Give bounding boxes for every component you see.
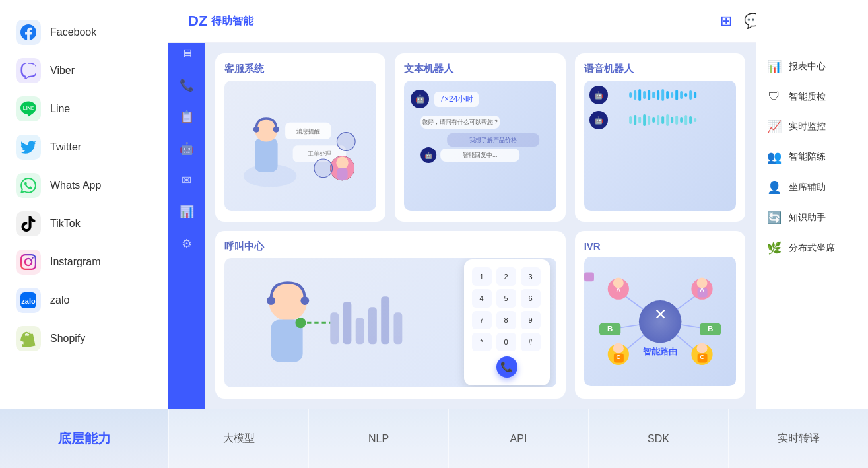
right-item-monitor[interactable]: 📈实时监控 xyxy=(756,113,868,141)
pad-0[interactable]: 0 xyxy=(496,333,516,351)
tab-realtime[interactable]: 实时转译 xyxy=(728,409,868,468)
ivr-svg: ✕ 智能路由 B B xyxy=(584,257,736,387)
svg-rect-63 xyxy=(356,318,364,344)
svg-text:C: C xyxy=(616,353,620,360)
right-item-quality[interactable]: 🛡智能质检 xyxy=(756,83,868,110)
inner-nav-monitor[interactable]: 🖥 xyxy=(173,40,201,67)
inner-nav-phone[interactable]: 📞 xyxy=(173,71,201,99)
svg-rect-28 xyxy=(643,91,646,99)
voice-wave-svg-2 xyxy=(613,114,731,127)
kefu-title: 客服系统 xyxy=(224,63,376,75)
svg-rect-31 xyxy=(657,90,659,100)
assist-icon: 👤 xyxy=(766,180,782,195)
svg-rect-66 xyxy=(393,312,402,344)
pad-3[interactable]: 3 xyxy=(521,267,541,286)
svg-rect-50 xyxy=(675,116,678,125)
pad-grid: 1 2 3 4 5 6 7 8 9 * 0 # xyxy=(472,267,542,351)
line-icon xyxy=(16,96,41,121)
sidebar-item-zalo[interactable]: zalozalo xyxy=(0,281,168,319)
sidebar-item-whatsapp[interactable]: Whats App xyxy=(0,166,168,205)
voice-bot-icon-1: 🤖 xyxy=(589,86,608,104)
callcenter-svg xyxy=(224,258,457,388)
kefu-inner: 消息提醒 工单处理 xyxy=(224,81,376,211)
pad-5[interactable]: 5 xyxy=(496,289,516,308)
svg-rect-47 xyxy=(661,116,664,124)
pad-hash[interactable]: # xyxy=(521,333,541,351)
svg-rect-62 xyxy=(343,302,352,344)
inner-nav-translate[interactable]: 📋 xyxy=(173,103,201,131)
textbot-card: 文本机器人 🤖 7×24小时 您好，请问有什么可以帮您？ 我想了解产品价格 🤖 xyxy=(395,53,565,222)
svg-rect-64 xyxy=(368,307,377,344)
svg-text:我想了解产品价格: 我想了解产品价格 xyxy=(469,137,517,143)
svg-text:✕: ✕ xyxy=(653,305,666,322)
ivr-inner: ✕ 智能路由 B B xyxy=(584,257,736,387)
sidebar-item-line[interactable]: Line xyxy=(0,90,168,128)
svg-text:工单处理: 工单处理 xyxy=(308,150,331,157)
callcenter-title: 呼叫中心 xyxy=(224,240,556,253)
sidebar-item-shopify[interactable]: Shopify xyxy=(0,319,168,358)
inner-nav-mail[interactable]: ✉ xyxy=(173,166,201,194)
svg-rect-3 xyxy=(255,138,278,172)
right-item-distributed[interactable]: 🌿分布式坐席 xyxy=(756,234,868,262)
right-item-knowledge[interactable]: 🔄知识助手 xyxy=(756,204,868,232)
svg-rect-32 xyxy=(661,89,664,101)
instagram-icon xyxy=(16,250,41,275)
sidebar-item-twitter[interactable]: Twitter xyxy=(0,128,168,166)
svg-rect-30 xyxy=(652,92,655,98)
twitter-label: Twitter xyxy=(50,141,81,153)
tab-sdk[interactable]: SDK xyxy=(588,409,728,468)
svg-rect-42 xyxy=(638,117,641,123)
pad-6[interactable]: 6 xyxy=(521,289,541,308)
sidebar-item-tiktok[interactable]: TikTok xyxy=(0,205,168,243)
tab-llm[interactable]: 大模型 xyxy=(168,409,308,468)
right-item-training[interactable]: 👥智能陪练 xyxy=(756,143,868,171)
pad-8[interactable]: 8 xyxy=(496,311,516,329)
svg-rect-44 xyxy=(648,116,650,125)
right-item-report[interactable]: 📊报表中心 xyxy=(756,53,868,81)
inner-nav-robot[interactable]: 🤖 xyxy=(173,135,201,162)
svg-rect-29 xyxy=(648,90,650,100)
pad-2[interactable]: 2 xyxy=(496,267,516,286)
svg-point-16 xyxy=(337,133,355,151)
pad-4[interactable]: 4 xyxy=(472,289,492,308)
phone-pad: 1 2 3 4 5 6 7 8 9 * 0 # 📞 xyxy=(464,259,550,385)
inner-nav-settings[interactable]: ⚙ xyxy=(173,230,201,257)
inner-nav-chart[interactable]: 📊 xyxy=(173,198,201,226)
pad-9[interactable]: 9 xyxy=(521,311,541,329)
voice-rows: 🤖 xyxy=(584,81,736,135)
pad-star[interactable]: * xyxy=(472,333,492,351)
right-item-assist[interactable]: 👤坐席辅助 xyxy=(756,174,868,201)
svg-text:您好，请问有什么可以帮您？: 您好，请问有什么可以帮您？ xyxy=(421,119,499,125)
sidebar-item-facebook[interactable]: Facebook xyxy=(0,13,168,51)
textbot-rows: 🤖 7×24小时 您好，请问有什么可以帮您？ 我想了解产品价格 🤖 智能回复中.… xyxy=(404,81,556,173)
viber-label: Viber xyxy=(50,65,75,77)
training-icon: 👥 xyxy=(766,150,782,164)
svg-rect-48 xyxy=(666,114,669,126)
svg-text:zalo: zalo xyxy=(21,297,36,305)
tab-api[interactable]: API xyxy=(448,409,588,468)
svg-point-13 xyxy=(336,157,348,169)
callcenter-card: 呼叫中心 xyxy=(215,231,566,399)
whatsapp-icon xyxy=(16,173,41,198)
sidebar-item-instagram[interactable]: Instargram xyxy=(0,243,168,281)
svg-rect-14 xyxy=(337,168,347,180)
svg-point-15 xyxy=(314,159,333,178)
voice-row-2: 🤖 xyxy=(589,111,731,129)
svg-text:B: B xyxy=(607,325,613,333)
grid-icon[interactable]: ⊞ xyxy=(720,13,732,30)
svg-rect-61 xyxy=(330,312,339,344)
voice-row-1: 🤖 xyxy=(589,86,731,104)
svg-point-5 xyxy=(253,126,259,132)
pad-1[interactable]: 1 xyxy=(472,267,492,286)
svg-rect-43 xyxy=(643,114,646,126)
call-button[interactable]: 📞 xyxy=(496,356,517,378)
monitor-icon: 📈 xyxy=(766,119,782,134)
svg-rect-45 xyxy=(652,117,655,123)
sidebar-item-viber[interactable]: Viber xyxy=(0,51,168,90)
knowledge-label: 知识助手 xyxy=(789,212,826,224)
svg-rect-78 xyxy=(584,272,594,281)
main-content: 客服系统 消息提醒 工单处理 xyxy=(205,43,756,409)
tab-nlp[interactable]: NLP xyxy=(308,409,448,468)
ivr-title: IVR xyxy=(584,240,736,251)
pad-7[interactable]: 7 xyxy=(472,311,492,329)
